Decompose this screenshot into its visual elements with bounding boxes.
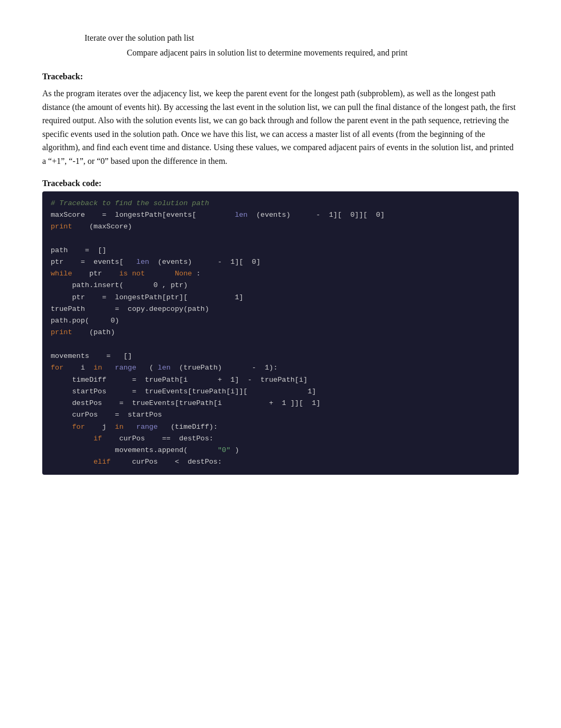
code-line-for2: for j in range (timeDiff):: [51, 421, 510, 433]
code-line-timediff: timeDiff = truePath[i + 1] - truePath[i]: [51, 374, 510, 386]
traceback-code-heading: Traceback code:: [42, 179, 519, 188]
traceback-body: As the program iterates over the adjacen…: [42, 87, 519, 168]
code-line-ptrnext: ptr = longestPath[ptr][ 1]: [51, 292, 510, 303]
outline-item-2: Compare adjacent pairs in solution list …: [127, 47, 519, 59]
code-line-startpos: startPos = trueEvents[truePath[i]][ 1]: [51, 386, 510, 398]
outline-item-1: Iterate over the solution path list: [85, 32, 519, 44]
outline-section: Iterate over the solution path list Comp…: [42, 32, 519, 59]
code-line-for1: for i in range ( len (truePath) - 1):: [51, 362, 510, 374]
code-line-path: path = []: [51, 245, 510, 256]
code-line-maxscore: maxScore = longestPath[events[ len (even…: [51, 209, 510, 221]
code-line-blank1: [51, 233, 510, 244]
code-line-comment: # Traceback to find the solution path: [51, 198, 510, 209]
code-line-blank2: [51, 339, 510, 351]
code-block: # Traceback to find the solution path ma…: [42, 191, 519, 475]
code-line-truepath: truePath = copy.deepcopy(path): [51, 303, 510, 315]
code-line-elif1: elif curPos < destPos:: [51, 456, 510, 468]
code-line-insert: path.insert( 0 , ptr): [51, 280, 510, 291]
code-line-pathpop: path.pop( 0): [51, 315, 510, 327]
code-line-print1: print (maxScore): [51, 221, 510, 233]
code-line-ptr: ptr = events[ len (events) - 1][ 0]: [51, 256, 510, 268]
code-line-append0: movements.append( "0" ): [51, 445, 510, 456]
comment-text: # Traceback to find the solution path: [51, 199, 209, 207]
code-line-movements: movements = []: [51, 351, 510, 362]
code-line-curpos: curPos = startPos: [51, 409, 510, 421]
code-line-if1: if curPos == destPos:: [51, 433, 510, 445]
code-line-print2: print (path): [51, 327, 510, 338]
code-line-destpos: destPos = trueEvents[truePath[i + 1 ]][ …: [51, 398, 510, 409]
code-line-while: while ptr is not None :: [51, 268, 510, 280]
traceback-heading: Traceback:: [42, 72, 519, 81]
